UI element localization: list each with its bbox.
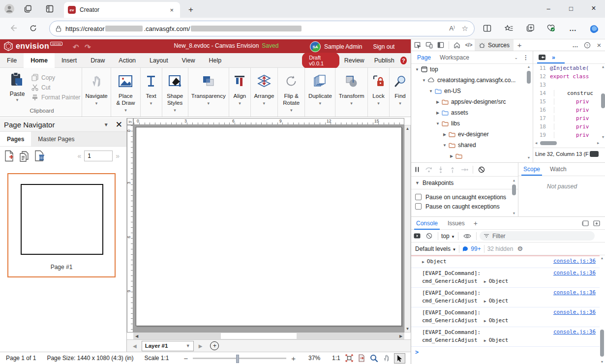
elements-tab-icon[interactable]: </>	[463, 40, 475, 50]
read-aloud-icon[interactable]: A)	[449, 25, 454, 32]
source-link[interactable]: console.js:36	[553, 270, 596, 286]
editor-vertical-scrollbar[interactable]: ▲ ▼	[601, 64, 605, 140]
collections-icon[interactable]	[523, 21, 538, 35]
dock-side-icon[interactable]	[435, 40, 447, 50]
console-message[interactable]: ▶Object console.js:36	[411, 255, 600, 268]
undo-icon[interactable]: ↶	[73, 43, 79, 52]
url-bar[interactable]: https://creator .canvasgfx.com/ A) ☆	[49, 21, 475, 36]
inspect-element-icon[interactable]	[411, 40, 423, 50]
scroll-up-icon[interactable]: ▲	[405, 126, 410, 131]
menu-file[interactable]: File	[0, 53, 24, 68]
redo-icon[interactable]: ↷	[85, 43, 91, 52]
menu-view[interactable]: View	[175, 53, 202, 68]
paste-button[interactable]: Paste ▾	[6, 72, 29, 102]
tool-text[interactable]: Text ▾	[140, 68, 162, 117]
tab-pages[interactable]: Pages	[0, 132, 31, 146]
tree-item-top[interactable]: ▼ top	[411, 64, 533, 75]
scrollbar-thumb[interactable]	[221, 333, 297, 339]
tree-item-shared[interactable]: ▼ shared	[411, 140, 533, 151]
canvas-vertical-scrollbar[interactable]: ▲ ▼	[404, 125, 411, 333]
tab-actions-icon[interactable]	[22, 2, 34, 15]
message-count-badge[interactable]: 99+	[462, 245, 481, 252]
tab-workspace[interactable]: Workspace	[440, 54, 469, 61]
favorite-star-icon[interactable]: ☆	[462, 24, 468, 33]
source-link[interactable]: console.js:36	[553, 289, 596, 305]
sign-out-button[interactable]: Sign out	[373, 43, 394, 50]
console-context-select[interactable]: top ▼	[441, 233, 455, 240]
console-prompt[interactable]: >	[411, 347, 600, 356]
document-page[interactable]	[136, 127, 402, 326]
browser-profile-icon[interactable]	[3, 2, 16, 15]
menu-home[interactable]: Home	[24, 53, 55, 68]
source-link[interactable]: console.js:36	[553, 329, 596, 345]
source-link[interactable]: console.js:36	[553, 309, 596, 325]
console-more-tabs-icon[interactable]: +	[470, 218, 482, 228]
file-tab-icon[interactable]	[538, 54, 546, 61]
tree-item-libs[interactable]: ▼ libs	[411, 118, 533, 129]
tab-close-icon[interactable]: ×	[167, 5, 176, 15]
prev-layer-icon[interactable]: ◀	[131, 343, 139, 349]
menu-action[interactable]: Action	[112, 53, 143, 68]
live-expression-icon[interactable]	[461, 231, 473, 241]
refresh-button[interactable]	[26, 21, 40, 35]
tab-scope[interactable]: Scope	[518, 163, 545, 176]
vertical-tabs-icon[interactable]	[43, 2, 56, 15]
review-button[interactable]: Review	[339, 57, 369, 64]
tool-find[interactable]: Find ▾	[389, 68, 411, 117]
expand-triangle-icon[interactable]: ▶	[484, 279, 486, 284]
breakpoints-scrollbar[interactable]: ▲ ▼	[512, 179, 516, 215]
fit-to-window-button[interactable]	[345, 354, 353, 362]
breakpoints-header[interactable]: ▼ Breakpoints	[411, 177, 518, 189]
window-close-button[interactable]: ×	[582, 0, 605, 17]
tool-duplicate[interactable]: Duplicate ▾	[304, 68, 335, 117]
console-sidebar-icon[interactable]	[411, 231, 423, 241]
checkbox-icon[interactable]	[415, 203, 422, 210]
publish-button[interactable]: Publish	[369, 57, 399, 64]
duplicate-page-button[interactable]	[19, 150, 30, 162]
add-layer-button[interactable]: +	[210, 341, 219, 350]
code-editor[interactable]: 11@Injectable( 12export class 13 14const…	[533, 64, 605, 162]
console-settings-gear-icon[interactable]: ⚙	[517, 245, 523, 252]
page-thumbnail[interactable]: Page #1	[7, 173, 116, 277]
tool-arrange[interactable]: Arrange ▾	[250, 68, 277, 117]
scroll-down-icon[interactable]: ▼	[405, 327, 410, 331]
add-page-button[interactable]	[4, 150, 15, 162]
step-out-icon[interactable]	[447, 165, 458, 175]
devtools-more-icon[interactable]: …	[570, 40, 581, 50]
pause-caught-checkbox[interactable]: Pause on caught exceptions	[411, 202, 518, 211]
tool-flip-rotate[interactable]: Flip &Rotate ▾	[277, 68, 305, 117]
panel-close-icon[interactable]: ✕	[116, 120, 122, 130]
nav-overflow-chevron-icon[interactable]: ⌄	[514, 55, 518, 60]
editor-horizontal-scrollbar[interactable]: ◀ ▶	[533, 140, 601, 146]
page-number-input[interactable]: 1	[84, 151, 113, 161]
browser-essentials-icon[interactable]	[544, 21, 558, 35]
tool-place-draw[interactable]: Place& Draw ▾	[111, 68, 140, 117]
clear-console-icon[interactable]	[423, 231, 435, 241]
zoom-slider-thumb[interactable]	[236, 355, 239, 363]
copy-button[interactable]: Copy	[31, 74, 80, 81]
console-scrollbar[interactable]: ▲ ▼	[600, 255, 605, 364]
pause-uncaught-checkbox[interactable]: Pause on uncaught exceptions	[411, 192, 518, 202]
delete-page-button[interactable]	[34, 150, 45, 162]
console-message[interactable]: [EVAPI_DoCommand]:cmd_GenericAdjust ▶Obj…	[411, 288, 600, 307]
back-button[interactable]	[6, 21, 21, 35]
console-filter-input[interactable]: Filter	[480, 231, 595, 241]
help-button[interactable]: ?	[400, 57, 407, 64]
console-message[interactable]: [EVAPI_DoCommand]:cmd_GenericAdjust ▶Obj…	[411, 327, 600, 347]
tab-issues[interactable]: Issues	[443, 217, 470, 230]
tree-item-en-us[interactable]: ▼ en-US	[411, 86, 533, 96]
zoom-out-button[interactable]: −	[184, 354, 188, 363]
window-minimize-button[interactable]: –	[537, 0, 560, 17]
tool-navigate[interactable]: Navigate ▾	[82, 68, 111, 117]
fit-page-button[interactable]	[358, 354, 365, 362]
next-layer-icon[interactable]: ▶	[197, 343, 205, 349]
menu-draw[interactable]: Draw	[84, 53, 112, 68]
format-painter-button[interactable]: Format Painter	[31, 94, 80, 101]
tree-item-origin[interactable]: ▼ creatorstaging.canvasgfx.co...	[411, 75, 533, 86]
prev-page-button[interactable]: «	[74, 152, 84, 160]
window-maximize-button[interactable]: □	[560, 0, 582, 17]
step-over-icon[interactable]	[423, 165, 435, 175]
menu-layout[interactable]: Layout	[143, 53, 175, 68]
copilot-icon[interactable]	[586, 21, 601, 35]
tree-item-assets[interactable]: ▶ assets	[411, 107, 533, 118]
